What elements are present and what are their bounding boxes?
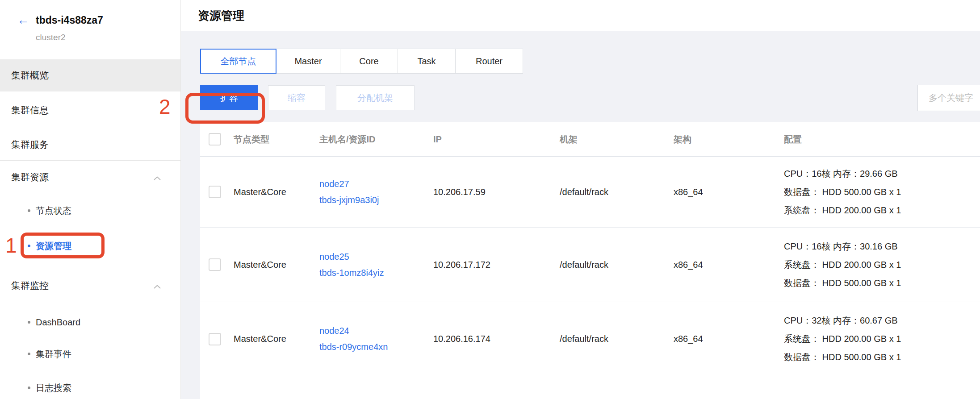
table-row: Master&Core node24 tbds-r09ycme4xn 10.20…	[200, 302, 980, 376]
shrink-button[interactable]: 缩容	[268, 85, 325, 110]
sidebar: ← tbds-i4s88za7 cluster2 集群概览 集群信息 集群服务 …	[0, 0, 181, 399]
sidebar-item-label: 集群概览	[11, 69, 49, 82]
row-checkbox[interactable]	[209, 186, 221, 198]
page-header: 资源管理	[181, 0, 980, 31]
rack: /default/rack	[560, 334, 674, 344]
config-cpu-mem: CPU：16核 内存：29.66 GB	[784, 168, 980, 180]
bullet-icon	[28, 387, 30, 389]
table-header-row: 节点类型 主机名/资源ID IP 机架 架构 配置	[200, 122, 980, 157]
sidebar-item-cluster-overview[interactable]: 集群概览	[0, 59, 180, 91]
resource-id-link[interactable]: tbds-jxjm9a3i0j	[319, 195, 433, 205]
sidebar-item-label: DashBoard	[36, 317, 80, 328]
sidebar-item-dashboard[interactable]: DashBoard	[0, 308, 180, 337]
config-cpu-mem: CPU：16核 内存：30.16 GB	[784, 241, 980, 253]
column-header-rack: 机架	[560, 133, 674, 145]
config-disk-2: 系统盘： HDD 200.00 GB x 1	[784, 204, 980, 216]
cluster-name-subtitle: cluster2	[36, 33, 180, 46]
sidebar-item-label: 集群信息	[11, 104, 49, 116]
row-checkbox[interactable]	[209, 258, 221, 271]
column-header-node-type: 节点类型	[234, 133, 319, 145]
hostname-cell: node25 tbds-1omz8i4yiz	[319, 252, 433, 278]
content-area: 全部节点 Master Core Task Router 扩容 缩容 分配机架 …	[181, 31, 980, 399]
column-header-arch: 架构	[674, 133, 784, 145]
sidebar-item-label: 日志搜索	[36, 382, 71, 394]
hostname-cell: node27 tbds-jxjm9a3i0j	[319, 179, 433, 205]
ip-address: 10.206.17.172	[433, 260, 560, 270]
back-arrow-icon[interactable]: ←	[17, 14, 29, 26]
hostname-cell: node24 tbds-r09ycme4xn	[319, 326, 433, 352]
tab-router[interactable]: Router	[455, 49, 523, 74]
tab-core[interactable]: Core	[340, 49, 398, 74]
annotation-step-1-number: 1	[5, 235, 17, 256]
tab-master[interactable]: Master	[276, 49, 340, 74]
sidebar-item-log-search[interactable]: 日志搜索	[0, 371, 180, 399]
hostname-link[interactable]: node25	[319, 252, 433, 262]
sidebar-item-label: 资源管理	[36, 240, 71, 252]
rack: /default/rack	[560, 260, 674, 270]
bullet-icon	[28, 353, 30, 355]
sidebar-item-label: 节点状态	[36, 205, 71, 217]
select-all-checkbox[interactable]	[209, 133, 221, 145]
ip-address: 10.206.17.59	[433, 187, 560, 197]
config-disk-2: 数据盘： HDD 500.00 GB x 1	[784, 351, 980, 363]
node-type: Master&Core	[234, 334, 319, 344]
rack: /default/rack	[560, 187, 674, 197]
config-disk-2: 数据盘： HDD 500.00 GB x 1	[784, 277, 980, 289]
bullet-icon	[28, 321, 30, 324]
ip-address: 10.206.16.174	[433, 334, 560, 344]
app-window: ← tbds-i4s88za7 cluster2 集群概览 集群信息 集群服务 …	[0, 0, 980, 399]
sidebar-item-label: 集群监控	[11, 279, 49, 292]
sidebar-item-cluster-services[interactable]: 集群服务	[0, 129, 180, 160]
node-table-card: 节点类型 主机名/资源ID IP 机架 架构 配置 Master&Core no…	[200, 122, 980, 399]
sidebar-item-cluster-resources[interactable]: 集群资源	[0, 160, 180, 193]
config-cell: CPU：16核 内存：29.66 GB 数据盘： HDD 500.00 GB x…	[784, 168, 980, 216]
sidebar-menu: 集群概览 集群信息 集群服务 集群资源 节点状态 资源管理	[0, 59, 180, 399]
expand-button[interactable]: 扩容	[200, 85, 258, 110]
table-row: Master&Core node25 tbds-1omz8i4yiz 10.20…	[200, 228, 980, 302]
resource-id-link[interactable]: tbds-r09ycme4xn	[319, 342, 433, 352]
bullet-icon	[28, 245, 30, 247]
tab-all-nodes[interactable]: 全部节点	[200, 49, 276, 74]
cluster-id-title: tbds-i4s88za7	[36, 14, 103, 26]
hostname-link[interactable]: node24	[319, 326, 433, 336]
table-row: Master&Core node27 tbds-jxjm9a3i0j 10.20…	[200, 157, 980, 228]
node-type: Master&Core	[234, 260, 319, 270]
sidebar-item-cluster-info[interactable]: 集群信息	[0, 91, 180, 129]
main-area: 资源管理 全部节点 Master Core Task Router 扩容 缩容 …	[181, 0, 980, 399]
architecture: x86_64	[674, 260, 784, 270]
tab-task[interactable]: Task	[398, 49, 456, 74]
toolbar: 扩容 缩容 分配机架	[200, 85, 980, 110]
sidebar-item-cluster-events[interactable]: 集群事件	[0, 337, 180, 371]
assign-rack-button[interactable]: 分配机架	[336, 85, 415, 110]
sidebar-item-label: 集群事件	[36, 348, 71, 360]
config-cell: CPU：32核 内存：60.67 GB 系统盘： HDD 200.00 GB x…	[784, 315, 980, 363]
column-header-hostname: 主机名/资源ID	[319, 133, 433, 145]
chevron-up-icon	[154, 280, 161, 291]
sidebar-item-cluster-monitoring[interactable]: 集群监控	[0, 264, 180, 308]
architecture: x86_64	[674, 334, 784, 344]
node-type: Master&Core	[234, 187, 319, 197]
row-checkbox[interactable]	[209, 333, 221, 345]
config-disk-1: 系统盘： HDD 200.00 GB x 1	[784, 259, 980, 271]
config-cpu-mem: CPU：32核 内存：60.67 GB	[784, 315, 980, 327]
config-disk-1: 数据盘： HDD 500.00 GB x 1	[784, 186, 980, 198]
sidebar-item-node-status[interactable]: 节点状态	[0, 193, 180, 228]
hostname-link[interactable]: node27	[319, 179, 433, 189]
search-input[interactable]	[917, 85, 980, 111]
config-disk-1: 系统盘： HDD 200.00 GB x 1	[784, 333, 980, 345]
config-cell: CPU：16核 内存：30.16 GB 系统盘： HDD 200.00 GB x…	[784, 241, 980, 289]
node-type-tabs: 全部节点 Master Core Task Router	[200, 49, 980, 74]
page-title: 资源管理	[198, 8, 244, 24]
resource-id-link[interactable]: tbds-1omz8i4yiz	[319, 268, 433, 278]
bullet-icon	[28, 209, 30, 212]
architecture: x86_64	[674, 187, 784, 197]
column-header-config: 配置	[784, 133, 980, 145]
annotation-step-2-number: 2	[159, 96, 171, 117]
column-header-ip: IP	[433, 134, 560, 145]
chevron-up-icon	[154, 172, 161, 183]
sidebar-item-label: 集群资源	[11, 171, 49, 183]
sidebar-item-label: 集群服务	[11, 138, 49, 151]
sidebar-item-resource-management[interactable]: 资源管理	[0, 228, 180, 264]
sidebar-header: ← tbds-i4s88za7 cluster2	[0, 0, 180, 46]
